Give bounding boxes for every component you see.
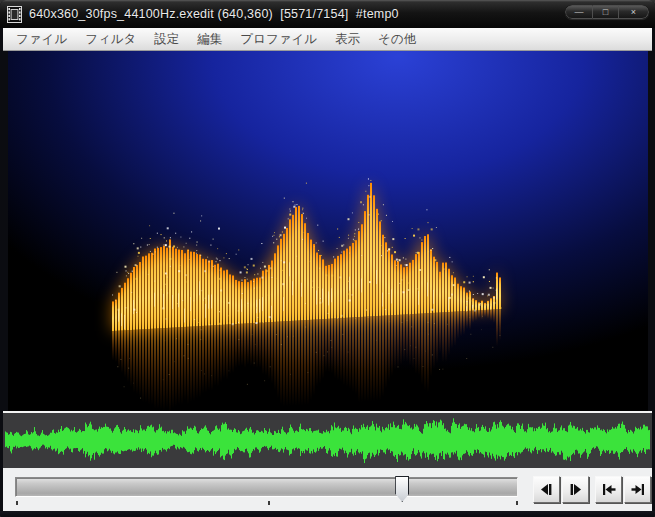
minimize-button[interactable]: — [565, 5, 593, 19]
jump-end-button[interactable] [624, 476, 651, 503]
menu-item-0[interactable]: ファイル [7, 28, 76, 51]
titlebar[interactable]: 640x360_30fps_44100Hz.exedit (640,360) [… [0, 0, 655, 28]
aviutl-window: 640x360_30fps_44100Hz.exedit (640,360) [… [0, 0, 655, 517]
menu-item-4[interactable]: プロファイル [231, 28, 326, 51]
seek-slider-thumb[interactable] [395, 476, 409, 502]
menu-item-2[interactable]: 設定 [145, 28, 188, 51]
seek-slider-track[interactable] [15, 477, 518, 497]
jump-end-icon [630, 482, 646, 497]
step-back-button[interactable] [533, 476, 560, 503]
transport-bar [3, 468, 652, 511]
audio-waveform-canvas [3, 413, 652, 468]
menu-item-3[interactable]: 編集 [188, 28, 231, 51]
step-forward-icon [568, 482, 583, 497]
maximize-button[interactable]: □ [593, 5, 619, 19]
video-preview [8, 51, 648, 411]
filmstrip-icon[interactable] [7, 6, 22, 23]
window-bottom-border [0, 511, 655, 517]
slider-tick-1 [268, 501, 270, 505]
slider-tick-2 [516, 501, 518, 505]
slider-tick-0 [16, 501, 18, 505]
close-button[interactable]: × [619, 5, 649, 19]
menu-item-1[interactable]: フィルタ [76, 28, 145, 51]
menu-item-5[interactable]: 表示 [326, 28, 369, 51]
caption-button-group: —□× [565, 5, 649, 19]
menu-item-6[interactable]: その他 [369, 28, 425, 51]
spectrum-visualizer-canvas [8, 51, 648, 411]
menu-bar: ファイルフィルタ設定編集プロファイル表示その他 [3, 28, 652, 51]
jump-start-button[interactable] [595, 476, 622, 503]
window-title: 640x360_30fps_44100Hz.exedit (640,360) [… [29, 7, 565, 21]
step-forward-button[interactable] [562, 476, 589, 503]
jump-start-icon [601, 482, 617, 497]
audio-waveform [3, 413, 652, 468]
step-back-icon [539, 482, 554, 497]
